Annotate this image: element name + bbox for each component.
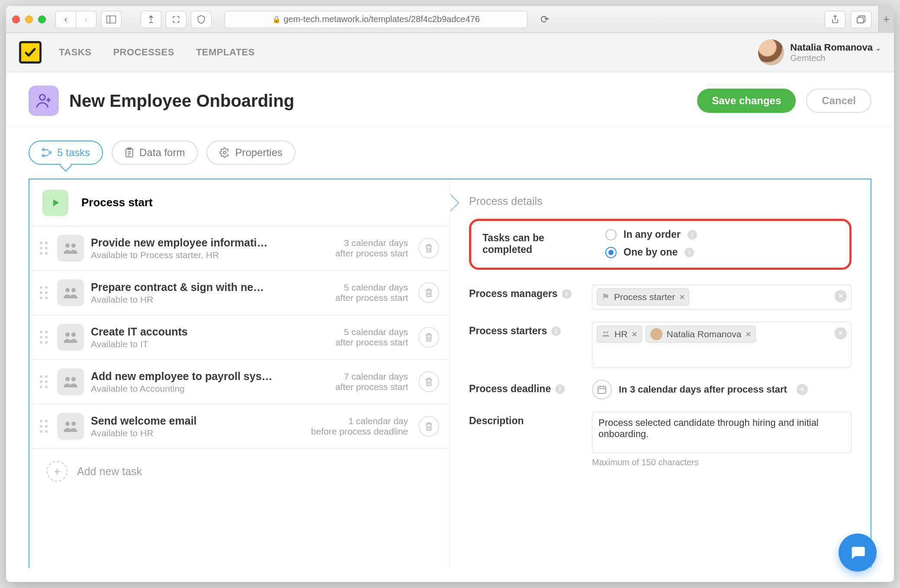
deadline-value: In 3 calendar days after process start [619,384,787,395]
nav-processes[interactable]: PROCESSES [113,47,174,58]
toolbar-icon-2[interactable] [166,11,186,28]
tab-tasks[interactable]: 5 tasks [29,141,103,165]
task-due: 5 calendar daysafter process start [335,282,408,303]
tabs-button[interactable] [851,11,871,28]
description-input[interactable] [592,412,852,453]
delete-task-button[interactable] [418,327,439,348]
save-button[interactable]: Save changes [697,89,796,113]
calendar-icon[interactable] [592,380,612,399]
radio-one-by-one[interactable]: One by one i [605,246,697,258]
info-icon[interactable]: i [562,289,572,299]
drag-handle-icon[interactable] [40,286,48,299]
avatar-icon [758,39,784,65]
reload-button[interactable]: ⟳ [534,11,555,28]
task-row[interactable]: Add new employee to payroll sys… Availab… [29,360,450,404]
nav-templates[interactable]: TEMPLATES [196,47,255,58]
chevron-down-icon: ⌄ [875,45,881,52]
toolbar-icon-1[interactable] [141,11,161,28]
info-icon[interactable]: i [551,326,561,336]
svg-point-24 [65,422,70,426]
svg-point-22 [65,377,70,381]
address-bar[interactable]: 🔒 gem-tech.metawork.io/templates/28f4c2b… [225,11,527,28]
task-row[interactable]: Create IT accounts Available to IT 5 cal… [29,315,450,360]
task-due: 7 calendar daysafter process start [335,371,408,392]
tab-data-form-label: Data form [139,147,185,159]
sidebar-button[interactable] [101,11,122,28]
radio-any-label: In any order [624,229,681,240]
add-task-button[interactable]: + Add new task [29,449,450,494]
info-icon[interactable]: i [688,230,697,240]
task-row[interactable]: Provide new employee informati… Availabl… [29,226,450,271]
remove-chip-icon[interactable]: × [746,329,751,339]
back-button[interactable]: ‹ [55,11,76,28]
info-icon[interactable]: i [555,384,565,394]
chip-hr[interactable]: HR× [597,326,642,343]
svg-point-17 [71,243,76,248]
clear-icon[interactable]: × [835,327,847,339]
group-icon [601,329,610,339]
starters-input[interactable]: HR× Natalia Romanova× × [592,322,852,368]
svg-point-27 [606,331,608,333]
svg-point-23 [71,377,76,381]
task-row[interactable]: Prepare contract & sign with ne… Availab… [29,271,450,315]
remove-chip-icon[interactable]: × [632,329,637,339]
remove-deadline-icon[interactable]: × [797,384,808,395]
window-zoom-icon[interactable] [38,16,46,23]
task-row[interactable]: Send welcome email Available to HR 1 cal… [29,404,450,449]
forward-button[interactable]: › [76,11,96,28]
managers-label: Process managers [469,288,558,300]
svg-point-21 [71,332,76,337]
managers-input[interactable]: ⚑Process starter× × [592,284,852,310]
process-start-row[interactable]: Process start [29,179,450,226]
task-subtitle: Available to Process starter, HR [91,250,328,260]
radio-icon [605,229,617,240]
radio-one-label: One by one [624,246,678,258]
drag-handle-icon[interactable] [40,375,48,388]
starters-label: Process starters [469,325,547,337]
drag-handle-icon[interactable] [40,420,48,433]
chip-natalia[interactable]: Natalia Romanova× [646,326,756,343]
nav-tasks[interactable]: TASKS [59,47,91,58]
task-subtitle: Available to IT [91,339,328,349]
cancel-button[interactable]: Cancel [806,89,871,113]
user-org: Gemtech [790,53,881,63]
remove-chip-icon[interactable]: × [679,292,685,302]
svg-point-7 [42,155,45,157]
delete-task-button[interactable] [418,371,439,392]
toolbar-icon-3[interactable] [191,11,212,28]
delete-task-button[interactable] [418,416,439,437]
completion-label: Tasks can be completed [482,229,595,256]
window-close-icon[interactable] [12,16,20,23]
assignees-icon [57,368,84,395]
radio-any-order[interactable]: In any order i [605,229,697,240]
new-tab-button[interactable]: + [878,6,894,33]
assignees-icon [57,279,84,306]
chat-button[interactable] [839,534,877,572]
window-minimize-icon[interactable] [25,16,33,23]
tab-data-form[interactable]: Data form [112,141,198,165]
svg-point-20 [65,332,70,337]
task-title: Prepare contract & sign with ne… [91,281,328,294]
user-menu[interactable]: Natalia Romanova⌄ Gemtech [758,39,881,65]
clear-icon[interactable]: × [835,290,847,302]
play-icon [42,190,68,216]
drag-handle-icon[interactable] [40,242,48,255]
app-logo-icon[interactable] [19,41,42,64]
flag-icon: ⚑ [601,292,610,302]
task-title: Provide new employee informati… [91,236,328,249]
svg-rect-2 [857,17,864,23]
flow-icon [42,148,52,157]
share-button[interactable] [825,11,845,28]
task-due: 5 calendar daysafter process start [335,327,408,348]
process-start-label: Process start [81,196,153,209]
drag-handle-icon[interactable] [40,331,48,344]
tab-properties[interactable]: Properties [206,141,295,165]
delete-task-button[interactable] [418,282,439,303]
svg-rect-0 [107,16,116,23]
info-icon[interactable]: i [685,248,694,257]
task-title: Create IT accounts [91,326,328,338]
delete-task-button[interactable] [418,238,439,259]
task-due: 3 calendar daysafter process start [335,238,408,259]
chip-process-starter[interactable]: ⚑Process starter× [597,288,689,306]
svg-point-14 [223,151,226,154]
